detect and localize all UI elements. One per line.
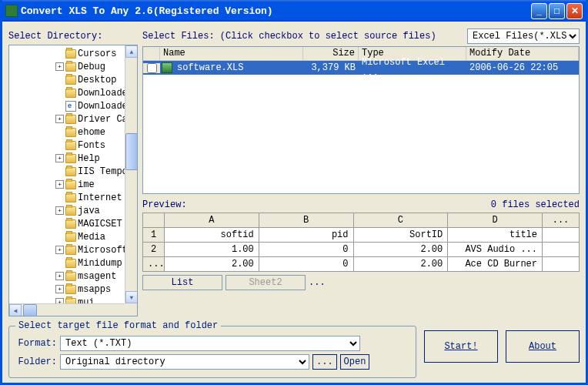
folder-icon — [65, 115, 76, 124]
file-checkbox[interactable] — [147, 63, 157, 73]
titlebar[interactable]: Convert XLS To Any 2.6(Registered Versio… — [2, 0, 586, 22]
sheet-tab-sheet2[interactable]: Sheet2 — [226, 275, 306, 290]
folder-icon — [65, 167, 76, 176]
preview-cell[interactable] — [543, 257, 580, 272]
preview-col-header[interactable]: ... — [543, 213, 580, 228]
preview-cell[interactable]: 0 — [259, 243, 353, 257]
preview-row-header[interactable]: 2 — [143, 243, 165, 257]
preview-cell[interactable] — [543, 228, 580, 243]
tree-item-label: Media — [78, 232, 105, 243]
file-list[interactable]: Name Size Type Modify Date software.XLS … — [142, 46, 580, 194]
tree-item[interactable]: Downloade — [9, 86, 137, 99]
tree-item[interactable]: +Driver Ca — [9, 112, 137, 126]
tree-item[interactable]: +ime — [9, 178, 137, 191]
preview-cell[interactable]: 2.00 — [165, 257, 259, 272]
tree-item-label: Debug — [78, 62, 105, 72]
preview-cell[interactable]: title — [448, 228, 543, 243]
preview-cell[interactable]: softid — [165, 228, 259, 243]
scroll-down-icon[interactable]: ▼ — [125, 291, 138, 303]
tree-item[interactable]: Fonts — [9, 139, 137, 152]
tree-expander-icon[interactable]: + — [55, 62, 64, 71]
scroll-left-icon[interactable]: ◀ — [9, 304, 22, 316]
tree-expander-icon[interactable]: + — [55, 206, 64, 215]
tree-item[interactable]: Cursors — [9, 47, 137, 60]
tree-item[interactable]: +msagent — [9, 270, 137, 283]
preview-cell[interactable]: 2.00 — [353, 243, 448, 257]
open-button[interactable]: Open — [340, 354, 370, 370]
tree-item[interactable]: Minidump — [9, 256, 137, 270]
tree-item[interactable]: Downloade — [9, 99, 137, 112]
file-size: 3,379 KB — [303, 62, 359, 74]
preview-row-header[interactable]: ... — [143, 257, 165, 272]
tree-expander-icon[interactable]: + — [55, 298, 64, 303]
tree-item-label: Cursors — [78, 49, 116, 59]
preview-col-header[interactable]: B — [259, 213, 353, 228]
preview-cell[interactable]: Ace CD Burner — [448, 257, 543, 272]
preview-row[interactable]: ...2.0002.00Ace CD Burner — [143, 257, 580, 272]
folder-icon — [65, 154, 76, 163]
sheet-tab-list[interactable]: List — [142, 275, 222, 290]
tree-vscrollbar[interactable]: ▲ ▼ — [125, 45, 137, 303]
file-row[interactable]: software.XLS 3,379 KB Microsoft Excel ..… — [143, 61, 579, 75]
file-filter-dropdown[interactable]: Excel Files(*.XLS) — [467, 28, 580, 44]
tree-item[interactable]: Media — [9, 230, 137, 243]
browse-button[interactable]: ... — [312, 354, 337, 370]
col-checkbox[interactable] — [143, 47, 160, 60]
minimize-button[interactable]: _ — [531, 3, 547, 19]
tree-hscrollbar[interactable]: ◀ ▶ — [9, 303, 137, 316]
folder-icon — [65, 285, 76, 294]
tree-item[interactable]: Internet — [9, 191, 137, 204]
tree-item[interactable]: +Microsoft — [9, 243, 137, 256]
tree-item[interactable]: +mui — [9, 296, 137, 303]
tree-item[interactable]: +java — [9, 204, 137, 217]
tree-expander-icon[interactable]: + — [55, 246, 64, 254]
col-modify-date[interactable]: Modify Date — [466, 47, 579, 60]
preview-cell[interactable]: pid — [259, 228, 353, 243]
preview-table[interactable]: ABCD... 1softidpidSortIDtitle21.0002.00A… — [142, 213, 580, 272]
preview-cell[interactable]: 1.00 — [165, 243, 259, 257]
col-name[interactable]: Name — [160, 47, 303, 60]
tree-item[interactable]: Desktop — [9, 73, 137, 86]
preview-row[interactable]: 21.0002.00AVS Audio ... — [143, 243, 580, 257]
about-button[interactable]: About — [506, 330, 580, 363]
scroll-up-icon[interactable]: ▲ — [125, 45, 138, 58]
tree-item[interactable]: MAGICSET — [9, 217, 137, 230]
preview-col-header[interactable]: A — [165, 213, 259, 228]
xls-icon — [162, 62, 172, 73]
folder-dropdown[interactable]: Original directory — [60, 354, 309, 370]
file-type: Microsoft Excel ... — [359, 56, 466, 79]
folder-icon — [65, 259, 76, 268]
close-button[interactable]: ✕ — [566, 3, 583, 19]
preview-cell[interactable]: 2.00 — [353, 257, 448, 272]
maximize-button[interactable]: □ — [549, 3, 565, 19]
preview-cell[interactable]: SortID — [353, 228, 448, 243]
start-button[interactable]: Start! — [424, 330, 498, 363]
tree-item[interactable]: ehome — [9, 126, 137, 139]
col-size[interactable]: Size — [303, 47, 359, 60]
tree-item[interactable]: +msapps — [9, 283, 137, 296]
preview-row-header[interactable]: 1 — [143, 228, 165, 243]
tree-expander-icon[interactable]: + — [55, 115, 64, 123]
tree-expander-icon[interactable]: + — [55, 180, 64, 189]
tree-item-label: Fonts — [78, 140, 105, 151]
tree-item-label: msapps — [78, 284, 111, 295]
tree-expander-icon[interactable]: + — [55, 154, 64, 162]
preview-cell[interactable]: 0 — [259, 257, 353, 272]
tree-item-label: Downloade — [78, 101, 128, 112]
tree-item[interactable]: +Help — [9, 152, 137, 165]
preview-cell[interactable]: AVS Audio ... — [448, 243, 543, 257]
tree-expander-icon[interactable]: + — [55, 285, 64, 293]
preview-row[interactable]: 1softidpidSortIDtitle — [143, 228, 580, 243]
scroll-thumb-h[interactable] — [23, 304, 37, 316]
tree-item-label: Microsoft — [78, 245, 128, 256]
scroll-thumb-v[interactable] — [125, 133, 138, 170]
preview-cell[interactable] — [543, 243, 580, 257]
directory-tree[interactable]: Cursors+DebugDesktopDownloadeDownloade+D… — [8, 45, 138, 316]
preview-col-header[interactable]: C — [353, 213, 448, 228]
tree-expander-icon[interactable]: + — [55, 272, 64, 280]
tree-item[interactable]: IIS Tempo — [9, 165, 137, 178]
format-dropdown[interactable]: Text (*.TXT) — [60, 336, 360, 351]
preview-col-header[interactable]: D — [448, 213, 543, 228]
tree-item[interactable]: +Debug — [9, 60, 137, 73]
folder-icon — [65, 219, 76, 229]
